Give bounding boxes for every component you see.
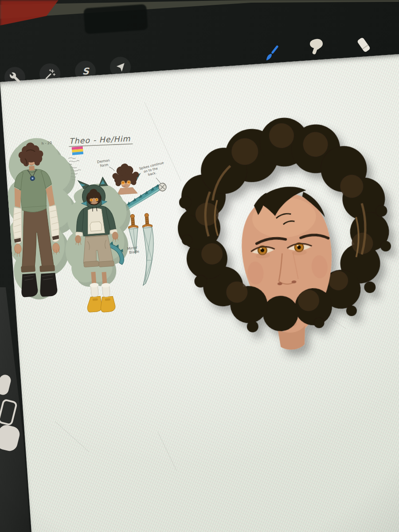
smudge-icon — [306, 36, 327, 60]
selection-s-icon: S — [79, 65, 92, 78]
sheet-title: Theo - He/Him — [69, 134, 130, 146]
actions-tool-button[interactable] — [4, 67, 25, 88]
mirror-blade-daggers: Mirror Blade — [125, 213, 156, 286]
demon-hair — [112, 163, 140, 187]
selection-tool-button[interactable]: S — [75, 61, 96, 82]
case-key-outline — [0, 399, 18, 426]
weapon-label-line2: Blade — [129, 250, 140, 255]
transform-tool-button[interactable] — [110, 57, 131, 78]
adjustments-tool-button[interactable] — [39, 63, 60, 84]
photo-of-tablet: Theo - He/Him — [0, 0, 399, 532]
wrench-icon — [9, 72, 21, 83]
brush-icon — [261, 43, 282, 67]
large-portrait-painting — [171, 111, 398, 357]
svg-text:S: S — [82, 66, 90, 77]
demon-form-label-line2: form — [100, 163, 109, 168]
hoodie-pocket — [90, 222, 102, 231]
magic-wand-icon — [44, 68, 56, 80]
transform-arrow-icon — [115, 62, 126, 73]
figure-cat-hoodie — [60, 175, 137, 314]
eraser-icon — [353, 35, 375, 59]
case-key-pill — [0, 374, 12, 396]
character-reference-sheet-artwork: Theo - He/Him — [0, 51, 399, 532]
smudge-tool-button[interactable] — [306, 37, 327, 59]
background-shelf-notch — [83, 4, 148, 34]
drawing-canvas[interactable]: Theo - He/Him — [0, 51, 399, 532]
brush-tool-button[interactable] — [261, 43, 282, 66]
trait-list-line — [69, 160, 79, 162]
eraser-tool-button[interactable] — [353, 35, 375, 58]
pride-flag — [72, 146, 83, 155]
trait-list-line — [68, 157, 75, 159]
case-key-large — [0, 423, 21, 453]
background-shelf-edge — [0, 0, 399, 29]
